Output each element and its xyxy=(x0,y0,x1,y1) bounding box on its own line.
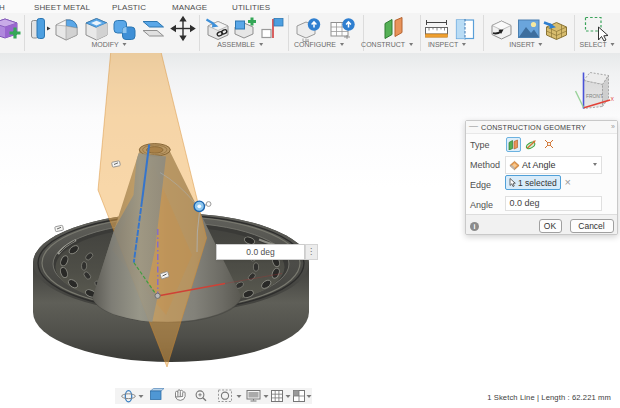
svg-text:FRONT: FRONT xyxy=(586,94,603,99)
svg-text:X: X xyxy=(611,96,615,102)
